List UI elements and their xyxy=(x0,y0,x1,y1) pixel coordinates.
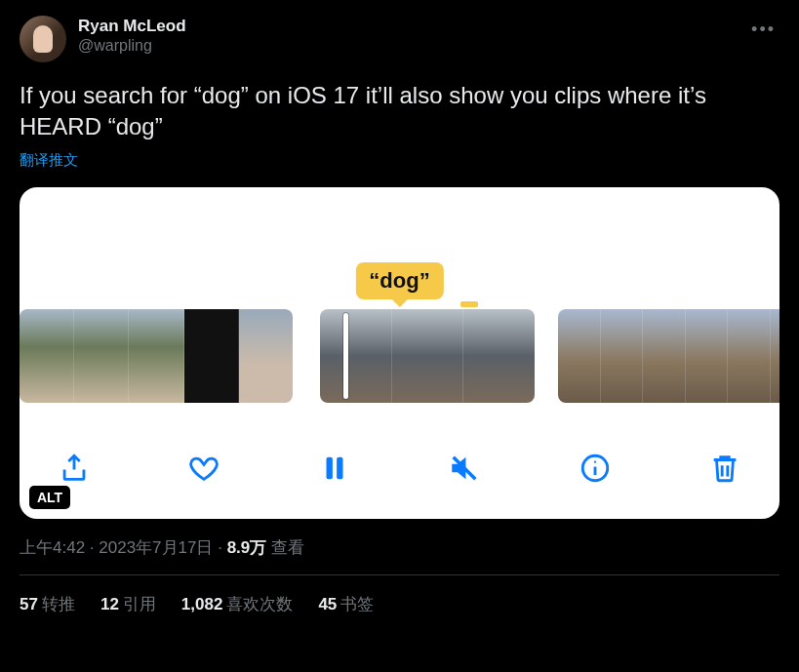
likes-stat[interactable]: 1,082喜欢次数 xyxy=(181,593,294,615)
trash-icon[interactable] xyxy=(705,449,744,488)
views-count: 8.9万 xyxy=(227,538,267,557)
clip-frame xyxy=(129,309,183,403)
mute-icon[interactable] xyxy=(445,449,484,488)
clip-frame xyxy=(392,309,464,403)
playhead[interactable] xyxy=(343,313,348,399)
translate-link[interactable]: 翻译推文 xyxy=(20,151,779,170)
clip-frame xyxy=(643,309,686,403)
clip-frame xyxy=(320,309,392,403)
tweet-date[interactable]: 2023年7月17日 xyxy=(99,538,213,557)
clip-frame xyxy=(558,309,601,403)
video-timeline[interactable] xyxy=(20,309,779,403)
tweet-text: If you search for “dog” on iOS 17 it’ll … xyxy=(20,80,779,143)
views-label: 查看 xyxy=(266,538,304,557)
clip-group[interactable] xyxy=(558,309,779,403)
tweet-header: Ryan McLeod @warpling ••• xyxy=(20,16,779,62)
clip-frame xyxy=(239,309,293,403)
clip-frame xyxy=(74,309,129,403)
svg-rect-0 xyxy=(326,456,332,479)
clip-frame xyxy=(728,309,771,403)
share-icon[interactable] xyxy=(55,449,94,488)
bookmarks-stat[interactable]: 45书签 xyxy=(318,593,374,615)
media-controls xyxy=(20,417,779,519)
more-icon[interactable]: ••• xyxy=(747,16,779,44)
quotes-stat[interactable]: 12引用 xyxy=(100,593,156,615)
media-card[interactable]: “dog” xyxy=(20,187,779,519)
search-term-tooltip: “dog” xyxy=(355,262,443,299)
clip-frame xyxy=(463,309,535,403)
tweet-stats: 57转推 12引用 1,082喜欢次数 45书签 xyxy=(20,575,779,615)
clip-group[interactable] xyxy=(20,309,293,403)
tweet-container: Ryan McLeod @warpling ••• If you search … xyxy=(0,0,799,615)
avatar[interactable] xyxy=(20,16,66,62)
heart-icon[interactable] xyxy=(184,449,223,488)
clip-frame xyxy=(686,309,729,403)
svg-rect-1 xyxy=(337,456,342,479)
clip-frame xyxy=(184,309,239,403)
clip-frame xyxy=(20,309,74,403)
svg-point-5 xyxy=(593,460,595,462)
info-icon[interactable] xyxy=(576,449,615,488)
pause-icon[interactable] xyxy=(315,449,354,488)
retweets-stat[interactable]: 57转推 xyxy=(20,593,75,615)
clip-frame xyxy=(601,309,644,403)
handle: @warpling xyxy=(78,36,186,56)
clip-frame xyxy=(771,309,780,403)
play-marker xyxy=(460,301,478,307)
author-names[interactable]: Ryan McLeod @warpling xyxy=(78,16,186,56)
clip-group[interactable] xyxy=(320,309,535,403)
tweet-meta: 上午4:42 · 2023年7月17日 · 8.9万 查看 xyxy=(20,536,779,559)
display-name: Ryan McLeod xyxy=(78,16,186,36)
tweet-time[interactable]: 上午4:42 xyxy=(20,538,85,557)
alt-badge[interactable]: ALT xyxy=(29,486,70,509)
